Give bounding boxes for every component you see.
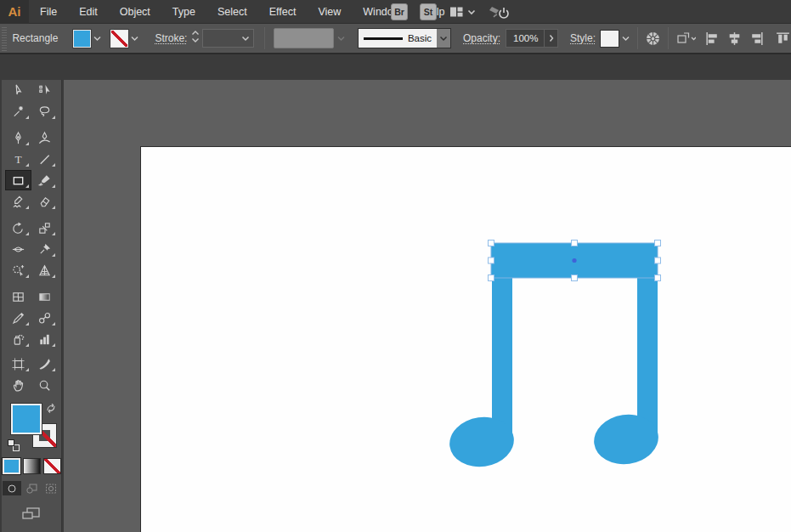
stroke-profile-label: Basic — [408, 33, 432, 43]
gradient-tool[interactable] — [31, 286, 58, 307]
menu-edit[interactable]: Edit — [68, 0, 109, 24]
curvature-tool[interactable] — [31, 127, 58, 148]
tools-panel: T — [2, 68, 62, 532]
magic-wand-icon — [11, 105, 25, 119]
menu-file[interactable]: File — [29, 0, 68, 24]
recolor-artwork-button[interactable] — [645, 27, 661, 49]
selection-center-point[interactable] — [572, 258, 576, 263]
brush-power-icon — [488, 3, 510, 20]
draw-behind-button[interactable] — [22, 481, 41, 495]
symbol-sprayer-tool[interactable] — [5, 329, 31, 349]
music-note-artwork[interactable] — [446, 243, 661, 471]
shaper-icon — [11, 195, 25, 209]
stroke-weight-combo[interactable] — [202, 29, 253, 48]
swap-fill-stroke-icon[interactable] — [45, 402, 57, 417]
change-screen-mode-button[interactable] — [2, 506, 61, 521]
paintbrush-tool[interactable] — [31, 170, 58, 190]
gradient-icon — [37, 290, 52, 304]
selection-handle[interactable] — [572, 275, 578, 281]
shaper-tool[interactable] — [5, 191, 31, 212]
align-left-button[interactable] — [704, 27, 720, 49]
gradient-button[interactable] — [23, 458, 41, 474]
align-right-button[interactable] — [749, 27, 765, 49]
style-swatch[interactable] — [600, 30, 619, 48]
opacity-presets-button[interactable] — [544, 30, 557, 47]
fill-indicator[interactable] — [11, 404, 42, 434]
draw-inside-button[interactable] — [42, 481, 60, 495]
gpu-performance-button[interactable] — [488, 3, 510, 20]
style-label[interactable]: Style: — [570, 32, 596, 44]
eyedropper-tool[interactable] — [5, 308, 31, 328]
selection-handle[interactable] — [655, 258, 661, 263]
artwork-layer — [64, 80, 791, 532]
workspace-switcher[interactable] — [449, 4, 476, 20]
mesh-tool[interactable] — [5, 286, 31, 307]
type-tool[interactable]: T — [5, 149, 31, 169]
line-segment-tool[interactable] — [31, 149, 58, 169]
selection-tool[interactable] — [5, 80, 31, 100]
width-icon — [11, 242, 25, 257]
shape-builder-tool[interactable] — [5, 260, 31, 280]
opacity-label[interactable]: Opacity: — [463, 32, 500, 44]
blend-tool[interactable] — [31, 308, 58, 328]
slice-tool[interactable] — [31, 354, 58, 374]
stroke-weight-stepper[interactable] — [190, 28, 201, 48]
transform-button[interactable] — [675, 27, 696, 49]
column-graph-tool[interactable] — [31, 329, 58, 349]
selection-handle[interactable] — [655, 241, 661, 246]
perspective-grid-tool[interactable] — [31, 260, 58, 280]
style-dropdown[interactable] — [621, 36, 630, 42]
stroke-weight-label[interactable]: Stroke: — [155, 32, 187, 44]
stroke-color-dropdown[interactable] — [130, 36, 139, 42]
selection-handle[interactable] — [489, 241, 494, 246]
bridge-button[interactable]: Br — [391, 3, 408, 20]
stroke-color-swatch[interactable] — [110, 30, 128, 48]
curvature-icon — [37, 131, 52, 145]
selection-handle[interactable] — [489, 275, 494, 281]
rotate-tool[interactable] — [5, 218, 31, 238]
pen-tool[interactable] — [5, 127, 31, 148]
vertical-align-top-button[interactable] — [775, 27, 791, 49]
menu-object[interactable]: Object — [109, 0, 161, 24]
eraser-tool[interactable] — [31, 191, 58, 212]
menu-type[interactable]: Type — [161, 0, 206, 24]
lasso-tool[interactable] — [31, 101, 58, 122]
direct-selection-tool[interactable] — [31, 80, 58, 100]
eraser-icon — [37, 195, 52, 209]
screen-mode-icon — [20, 506, 42, 521]
canvas-area[interactable] — [64, 80, 791, 532]
color-button[interactable] — [3, 458, 20, 474]
opacity-value[interactable]: 100% — [506, 33, 544, 43]
type-icon: T — [11, 152, 25, 167]
draw-normal-button[interactable] — [3, 481, 21, 495]
menu-view[interactable]: View — [307, 0, 352, 24]
align-center-button[interactable] — [726, 27, 743, 49]
pen-icon — [11, 131, 25, 145]
panel-grip[interactable] — [2, 25, 7, 51]
default-fill-stroke-icon[interactable] — [8, 439, 20, 451]
magic-wand-tool[interactable] — [5, 101, 31, 122]
menu-effect[interactable]: Effect — [258, 0, 308, 24]
rectangle-tool[interactable] — [5, 170, 31, 190]
hand-tool[interactable] — [5, 375, 31, 395]
scale-tool[interactable] — [31, 218, 58, 238]
zoom-tool[interactable] — [31, 375, 58, 395]
fill-color-dropdown[interactable] — [93, 36, 102, 42]
brush-preview[interactable] — [274, 28, 334, 48]
opacity-field[interactable]: 100% — [506, 29, 558, 48]
menu-select[interactable]: Select — [206, 0, 258, 24]
artboard-tool[interactable] — [5, 354, 31, 374]
selection-handle[interactable] — [655, 275, 661, 281]
none-button[interactable] — [43, 458, 61, 474]
scale-icon — [37, 221, 52, 235]
fill-color-swatch[interactable] — [73, 30, 91, 48]
selection-handle[interactable] — [572, 241, 578, 246]
brush-dropdown[interactable] — [336, 36, 346, 42]
selection-handle[interactable] — [489, 258, 494, 263]
width-tool[interactable] — [5, 239, 31, 259]
profile-dropdown[interactable] — [437, 29, 450, 48]
free-transform-tool[interactable] — [31, 239, 58, 259]
variable-width-profile[interactable]: Basic — [358, 28, 451, 48]
stock-button[interactable]: St — [420, 3, 437, 20]
align-left-icon — [704, 31, 720, 47]
